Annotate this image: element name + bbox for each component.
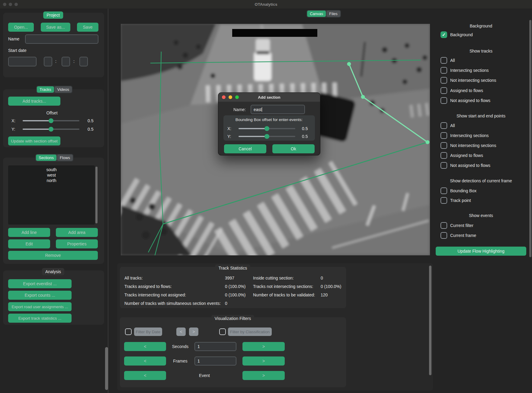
add-line-button[interactable]: Add line xyxy=(8,228,50,237)
save-as-button[interactable]: Save as... xyxy=(41,23,70,32)
tab-videos[interactable]: Videos xyxy=(55,86,72,93)
show-tracks-all-checkbox[interactable] xyxy=(441,57,447,64)
checkbox-label: Not intersecting sections xyxy=(450,143,496,148)
show-points-heading: Show start and end points xyxy=(457,113,505,118)
export-road-user-assignments-button[interactable]: Export road user assignments ... xyxy=(8,302,72,311)
stat-value: 0 (100.0%) xyxy=(225,292,245,297)
offset-y-label: Y: xyxy=(11,127,15,132)
start-minute-input[interactable] xyxy=(62,57,70,66)
bbox-x-value: 0.5 xyxy=(302,126,308,131)
show-points-all-checkbox[interactable] xyxy=(441,122,447,129)
frames-input[interactable]: 1 xyxy=(194,356,236,366)
stat-value: 0 (100.0%) xyxy=(321,284,341,289)
check-icon: ✓ xyxy=(442,32,446,37)
seconds-input[interactable]: 1 xyxy=(194,342,236,351)
add-tracks-button[interactable]: Add tracks... xyxy=(8,97,60,106)
event-prev-button[interactable]: < xyxy=(124,371,166,380)
list-item[interactable]: south xyxy=(8,167,95,172)
start-hour-input[interactable] xyxy=(44,57,52,66)
date-next-button[interactable]: > xyxy=(189,328,198,336)
seconds-prev-button[interactable]: < xyxy=(124,342,166,351)
cancel-button[interactable]: Cancel xyxy=(224,144,266,153)
list-item[interactable]: north xyxy=(8,178,95,183)
ok-button[interactable]: Ok xyxy=(272,144,315,153)
save-button[interactable]: Save xyxy=(77,23,98,32)
panel-divider[interactable] xyxy=(108,9,108,393)
section-name-input[interactable]: east xyxy=(251,105,305,114)
filter-by-classification-button[interactable]: Filter by Classification xyxy=(228,328,272,336)
bounding-box-checkbox[interactable] xyxy=(441,187,447,194)
sections-list-scrollbar[interactable] xyxy=(95,167,98,223)
add-area-button[interactable]: Add area xyxy=(56,228,98,237)
show-points-assigned-checkbox[interactable] xyxy=(441,152,447,159)
frames-next-button[interactable]: > xyxy=(242,356,285,366)
show-points-not-assigned-checkbox[interactable] xyxy=(441,162,447,169)
time-separator: : xyxy=(55,59,56,64)
project-name-input[interactable] xyxy=(25,34,98,44)
tab-tracks[interactable]: Tracks xyxy=(37,86,54,93)
sections-list[interactable]: south west north xyxy=(8,165,95,225)
show-points-not-intersecting-checkbox[interactable] xyxy=(441,142,447,149)
start-date-input[interactable] xyxy=(8,57,37,66)
bbox-y-value: 0.5 xyxy=(302,134,308,139)
bbox-x-slider[interactable] xyxy=(239,128,295,129)
checkbox-label: Current filter xyxy=(450,223,473,228)
export-eventlist-button[interactable]: Export eventlist ... xyxy=(8,279,72,288)
seconds-label: Seconds xyxy=(172,344,188,349)
show-tracks-intersecting-checkbox[interactable] xyxy=(441,67,447,74)
white-truck xyxy=(254,52,271,81)
start-second-input[interactable] xyxy=(79,57,88,66)
section-name-label: Name: xyxy=(233,107,246,112)
tab-files[interactable]: Files xyxy=(326,11,340,17)
show-events-heading: Show events xyxy=(469,213,493,218)
tab-flows[interactable]: Flows xyxy=(57,155,73,161)
filter-by-date-button[interactable]: Filter By Date xyxy=(134,328,162,336)
section-point[interactable] xyxy=(361,95,365,99)
track-point-checkbox[interactable] xyxy=(441,197,447,204)
export-track-statistics-button[interactable]: Export track statistics ... xyxy=(8,314,72,323)
open-project-button[interactable]: Open... xyxy=(8,23,34,32)
show-tracks-not-intersecting-checkbox[interactable] xyxy=(441,77,447,84)
stat-label: Tracks intersecting not assigned: xyxy=(124,292,186,297)
checkbox-label: All xyxy=(450,58,455,63)
section-point[interactable] xyxy=(347,62,351,66)
list-item[interactable]: west xyxy=(8,172,95,178)
filter-by-classification-checkbox[interactable] xyxy=(219,328,226,335)
bbox-offset-group: Bounding Box offset for enter-events: X:… xyxy=(223,115,315,141)
section-properties-button[interactable]: Properties xyxy=(56,239,98,248)
current-frame-checkbox[interactable] xyxy=(441,232,447,239)
remove-section-button[interactable]: Remove xyxy=(8,251,98,260)
background-checkbox-label: Background xyxy=(450,32,473,37)
offset-x-slider[interactable] xyxy=(23,120,79,121)
stat-label: All tracks: xyxy=(124,276,143,280)
bottom-frame-scrollbar[interactable] xyxy=(429,266,431,375)
right-panel-scrollbar[interactable] xyxy=(529,20,531,257)
tab-sections[interactable]: Sections xyxy=(36,155,56,161)
track-statistics-label: Track Statistics xyxy=(215,264,250,272)
background-checkbox[interactable]: ✓ xyxy=(441,31,447,38)
stat-value: 0 xyxy=(225,301,227,306)
show-tracks-not-assigned-checkbox[interactable] xyxy=(441,97,447,104)
stat-label: Tracks assigned to flows: xyxy=(124,284,172,289)
checkbox-label: Bounding Box xyxy=(450,188,476,193)
event-next-button[interactable]: > xyxy=(242,371,285,380)
frames-prev-button[interactable]: < xyxy=(124,356,166,366)
offset-y-slider[interactable] xyxy=(23,129,79,130)
tab-canvas[interactable]: Canvas xyxy=(307,11,326,17)
left-panel-scrollbar[interactable] xyxy=(105,347,108,390)
project-name-label: Name xyxy=(8,37,19,41)
edit-section-button[interactable]: Edit xyxy=(8,239,50,248)
show-points-intersecting-checkbox[interactable] xyxy=(441,132,447,139)
update-section-offset-button[interactable]: Update with section offset xyxy=(8,136,60,145)
bbox-y-slider[interactable] xyxy=(239,136,295,137)
dialog-title: Add section xyxy=(218,93,320,102)
current-filter-checkbox[interactable] xyxy=(441,222,447,229)
update-flow-highlighting-button[interactable]: Update Flow Highlighting xyxy=(436,247,526,256)
section-point[interactable] xyxy=(426,140,430,144)
filter-by-date-checkbox[interactable] xyxy=(125,328,132,335)
date-prev-button[interactable]: < xyxy=(176,328,186,336)
show-detections-heading: Show detections of current frame xyxy=(450,178,512,183)
export-counts-button[interactable]: Export counts ... xyxy=(8,291,72,300)
seconds-next-button[interactable]: > xyxy=(242,342,285,351)
show-tracks-assigned-checkbox[interactable] xyxy=(441,87,447,94)
